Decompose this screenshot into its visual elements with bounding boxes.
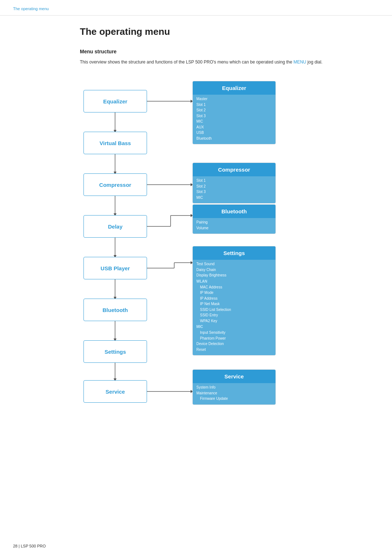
top-divider — [0, 15, 392, 16]
left-box-compressor: Compressor — [83, 173, 147, 196]
settings-item-phantom: Phantom Power — [196, 336, 272, 341]
service-item-firmware: Firmware Update — [196, 396, 272, 402]
settings-item-display-brightness: Display Brightness — [196, 272, 272, 278]
eq-item-mic: MIC — [196, 119, 272, 124]
settings-item-reset: Reset — [196, 347, 272, 353]
bt-panel-body: Pairing Volume — [193, 218, 275, 234]
eq-item-master: Master — [196, 96, 272, 102]
eq-panel-body: Master Slot 1 Slot 2 Slot 3 MIC AUX USB … — [193, 95, 275, 144]
settings-item-device-detect: Device Detection — [196, 341, 272, 347]
eq-item-slot1: Slot 1 — [196, 102, 272, 108]
settings-item-ssid-list: SSID List Selection — [196, 307, 272, 313]
service-panel-body: System Info Maintenance Firmware Update — [193, 383, 275, 405]
settings-item-input-sens: Input Sensitivity — [196, 330, 272, 336]
left-box-usb-player: USB Player — [83, 257, 147, 279]
bt-item-pairing: Pairing — [196, 219, 272, 225]
bt-panel: Bluetooth Pairing Volume — [192, 204, 276, 234]
service-item-maintenance: Maintenance — [196, 390, 272, 396]
eq-item-aux: AUX — [196, 124, 272, 130]
left-box-settings: Settings — [83, 340, 147, 363]
eq-item-bluetooth: Bluetooth — [196, 136, 272, 141]
eq-panel: Equalizer Master Slot 1 Slot 2 Slot 3 MI… — [192, 81, 276, 144]
settings-item-mac-address: MAC Address — [196, 284, 272, 290]
comp-item-slot3: Slot 3 — [196, 189, 272, 195]
left-box-service: Service — [83, 380, 147, 403]
eq-item-usb: USB — [196, 130, 272, 136]
comp-item-slot2: Slot 2 — [196, 184, 272, 189]
comp-panel: Compressor Slot 1 Slot 2 Slot 3 MIC — [192, 163, 276, 204]
settings-item-mic: MIC — [196, 324, 272, 330]
comp-item-mic: MIC — [196, 195, 272, 201]
left-box-delay: Delay — [83, 215, 147, 238]
left-box-virtual-bass: Virtual Bass — [83, 132, 147, 154]
diagram: Equalizer Virtual Bass Compressor Delay … — [80, 79, 370, 536]
left-box-bluetooth: Bluetooth — [83, 299, 147, 321]
settings-item-wpa2: WPA2 Key — [196, 318, 272, 324]
left-box-equalizer: Equalizer — [83, 90, 147, 112]
settings-item-test-sound: Test Sound — [196, 261, 272, 267]
settings-item-ip-address: IP Address — [196, 296, 272, 301]
eq-panel-header: Equalizer — [193, 81, 275, 95]
settings-item-daisy-chain: Daisy Chain — [196, 267, 272, 273]
eq-item-slot3: Slot 3 — [196, 113, 272, 119]
page-number: 28 | LSP 500 PRO — [13, 544, 46, 548]
settings-item-wlan: WLAN — [196, 278, 272, 284]
menu-link: MENU — [293, 59, 306, 65]
settings-item-ip-net-mask: IP Net Mask — [196, 301, 272, 307]
comp-panel-body: Slot 1 Slot 2 Slot 3 MIC — [193, 176, 275, 203]
service-panel-header: Service — [193, 370, 275, 383]
service-panel: Service System Info Maintenance Firmware… — [192, 369, 276, 405]
page-title: The operating menu — [80, 26, 170, 37]
comp-panel-header: Compressor — [193, 163, 275, 176]
settings-panel: Settings Test Sound Daisy Chain Display … — [192, 246, 276, 356]
settings-panel-header: Settings — [193, 246, 275, 260]
intro-text: This overview shows the structure and fu… — [80, 59, 370, 66]
section-heading: Menu structure — [80, 49, 117, 54]
eq-item-slot2: Slot 2 — [196, 107, 272, 113]
comp-item-slot1: Slot 1 — [196, 178, 272, 184]
settings-panel-body: Test Sound Daisy Chain Display Brightnes… — [193, 260, 275, 355]
bt-item-volume: Volume — [196, 225, 272, 231]
settings-item-ip-mode: IP Mode — [196, 290, 272, 296]
breadcrumb: The operating menu — [13, 7, 49, 11]
service-item-system-info: System Info — [196, 385, 272, 390]
bt-panel-header: Bluetooth — [193, 205, 275, 218]
settings-item-ssid-entry: SSID Entry — [196, 312, 272, 318]
